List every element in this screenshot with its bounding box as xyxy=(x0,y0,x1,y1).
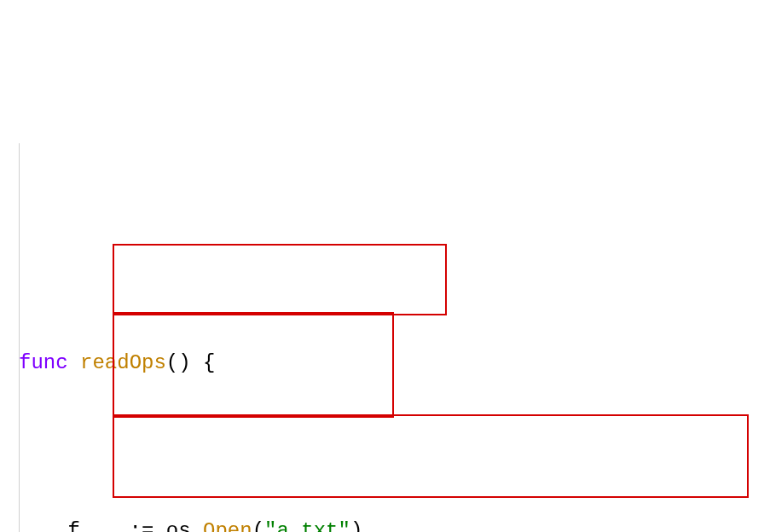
annotation-box xyxy=(113,244,447,315)
annotation-box xyxy=(113,414,749,498)
indent-guide xyxy=(19,143,20,532)
code-editor[interactable]: func readOps() { f, _ := os.Open("a.txt"… xyxy=(0,135,770,532)
code-line: f, _ := os.Open("a.txt") xyxy=(19,514,770,532)
string-literal: "a.txt" xyxy=(264,519,350,532)
func-name: readOps xyxy=(80,351,166,374)
code-line: func readOps() { xyxy=(19,346,770,379)
keyword-func: func xyxy=(19,351,68,374)
call-open: Open xyxy=(203,519,252,532)
